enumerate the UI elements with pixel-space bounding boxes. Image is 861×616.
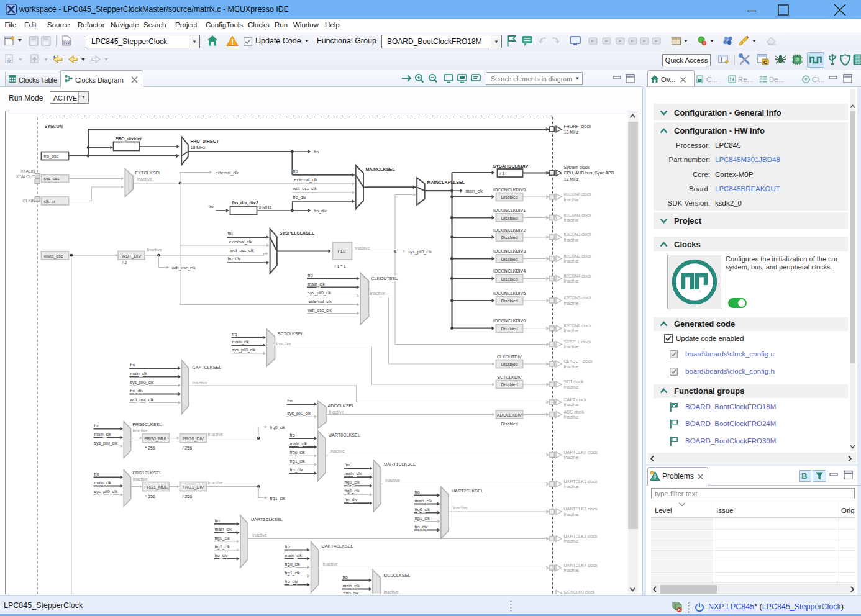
svg-text:main_clk: main_clk [342,583,360,588]
svg-text:IOCONCLKDIV3: IOCONCLKDIV3 [493,249,525,253]
svg-text:external_clk: external_clk [229,240,252,245]
svg-text:IOCON1 clock: IOCON1 clock [563,212,591,217]
svg-text:fro_div_div2: fro_div_div2 [232,200,258,206]
svg-text:CAPTCLKSEL: CAPTCLKSEL [192,364,221,369]
svg-text:fro: fro [344,463,349,467]
svg-text:SCT clock: SCT clock [563,379,583,384]
svg-text:sys_pll0_clk: sys_pll0_clk [94,440,117,445]
svg-text:fro_div: fro_div [130,388,144,393]
svg-text:Inactive: Inactive [207,432,222,437]
svg-text:Disabled: Disabled [501,235,517,240]
svg-text:main_clk: main_clk [344,471,362,476]
svg-text:sys_pll0_clk: sys_pll0_clk [408,249,432,254]
svg-text:wdt_osc_clk: wdt_osc_clk [171,265,196,270]
svg-text:FRG1_DIV: FRG1_DIV [182,485,204,490]
svg-text:Inactive: Inactive [192,381,207,385]
svg-text:FRG0CLKSEL: FRG0CLKSEL [132,422,162,427]
svg-text:fro_div: fro_div [285,579,298,584]
svg-text:Inactive: Inactive [252,532,266,537]
svg-text:Disabled: Disabled [501,422,517,426]
svg-text:sys_pll0_clk: sys_pll0_clk [287,411,311,416]
svg-text:IOCONCLKDIV1: IOCONCLKDIV1 [493,208,525,212]
svg-text:WDT_DIV: WDT_DIV [121,253,141,258]
svg-text:main_clk: main_clk [232,340,249,345]
svg-text:fro: fro [287,399,292,403]
svg-text:ADCCLKDIV: ADCCLKDIV [496,412,521,417]
svg-text:/ 1 * 1: / 1 * 1 [334,263,345,268]
svg-text:UARTCLK1 clock: UARTCLK1 clock [563,479,598,483]
svg-text:IOCONCLKDIV5: IOCONCLKDIV5 [493,291,525,295]
svg-text:main_clk: main_clk [130,371,147,376]
svg-text:Inactive: Inactive [563,568,578,573]
svg-text:UARTCLK4 clock: UARTCLK4 clock [563,563,598,567]
svg-text:PLL: PLL [337,248,345,254]
svg-text:Inactive: Inactive [370,291,385,295]
svg-text:IOCON4 clock: IOCON4 clock [563,273,591,278]
svg-text:frg0_clk: frg0_clk [285,561,300,566]
svg-text:frg0_clk: frg0_clk [289,450,305,455]
svg-text:frg0_clk: frg0_clk [414,507,430,512]
svg-text:fro_div: fro_div [314,208,327,213]
svg-text:Inactive: Inactive [329,448,344,453]
svg-text:CPU, AHB bus, Sync APB: CPU, AHB bus, Sync APB [563,171,614,176]
svg-text:fro: fro [342,574,347,579]
svg-text:Inactive: Inactive [383,589,398,594]
svg-text:MAINCLKSEL: MAINCLKSEL [365,166,395,172]
svg-text:frg1_clk: frg1_clk [214,544,230,549]
svg-text:010: 010 [63,41,70,45]
svg-text:wdt_osc_clk: wdt_osc_clk [292,186,317,191]
svg-text:* 256: * 256 [145,445,155,450]
svg-text:Inactive: Inactive [563,279,578,283]
svg-text:SYSCON: SYSCON [44,124,63,128]
svg-text:Disabled: Disabled [501,256,517,261]
svg-text:XTALIN: XTALIN [20,168,35,173]
svg-text:fro: fro [293,168,298,173]
svg-text:fro: fro [94,423,99,427]
svg-text:main_clk: main_clk [465,189,483,194]
svg-text:Inactive: Inactive [563,237,578,242]
svg-text:fro_div: fro_div [214,553,228,558]
svg-text:frg1_clk: frg1_clk [285,570,300,575]
svg-text:Inactive: Inactive [563,301,578,305]
svg-text:Inactive: Inactive [563,328,578,333]
svg-text:Inactive: Inactive [452,505,467,510]
svg-text:UART4CLKSEL: UART4CLKSEL [321,543,353,549]
svg-text:main_clk: main_clk [308,281,325,286]
svg-text:UARTCLK0 clock: UARTCLK0 clock [563,450,598,454]
svg-text:external_clk: external_clk [294,178,317,183]
svg-text:Inactive: Inactive [563,197,578,201]
svg-text:clk_in: clk_in [43,199,55,204]
svg-text:Disabled: Disabled [501,383,517,387]
svg-text:external_clk: external_clk [308,299,332,304]
svg-text:/ 256: / 256 [182,494,192,498]
svg-text:Inactive: Inactive [137,177,152,181]
svg-text:fro: fro [94,471,99,476]
svg-text:Inactive: Inactive [563,384,578,389]
svg-text:frg1_clk: frg1_clk [414,515,430,520]
svg-text:/ 2: / 2 [122,260,127,265]
svg-text:/ 1: / 1 [499,170,504,176]
svg-text:fro: fro [414,489,419,494]
svg-text:I2C0CLK0 clock: I2C0CLK0 clock [563,590,595,594]
svg-text:frg0_clk: frg0_clk [270,425,285,430]
svg-text:main_clk: main_clk [285,553,302,558]
svg-text:/ 256: / 256 [182,445,192,450]
svg-text:wwdt_osc: wwdt_osc [43,253,63,258]
svg-text:Inactive: Inactive [276,341,291,345]
svg-text:FRG0_MUL: FRG0_MUL [144,437,167,442]
svg-text:fro: fro [314,150,319,154]
svg-text:frg1_clk: frg1_clk [289,458,305,463]
svg-text:Disabled: Disabled [501,195,517,199]
svg-text:Inactive: Inactive [322,561,337,566]
svg-text:IOCON3 clock: IOCON3 clock [563,253,591,258]
svg-text:fro_div: fro_div [293,195,306,200]
svg-text:18 MHz: 18 MHz [563,129,579,134]
svg-text:CLKOUT clock: CLKOUT clock [563,359,593,363]
svg-text:main_clk: main_clk [214,527,232,532]
svg-text:SCTCLKSEL: SCTCLKSEL [277,330,303,336]
svg-text:Inactive: Inactive [563,259,578,263]
svg-text:IOCONCLKDIV2: IOCONCLKDIV2 [493,227,525,232]
svg-text:FRG0_DIV: FRG0_DIV [182,437,204,442]
svg-text:I2C0CLKSEL: I2C0CLKSEL [383,572,410,578]
svg-text:MAINCLKPLLSEL: MAINCLKPLLSEL [427,179,465,184]
